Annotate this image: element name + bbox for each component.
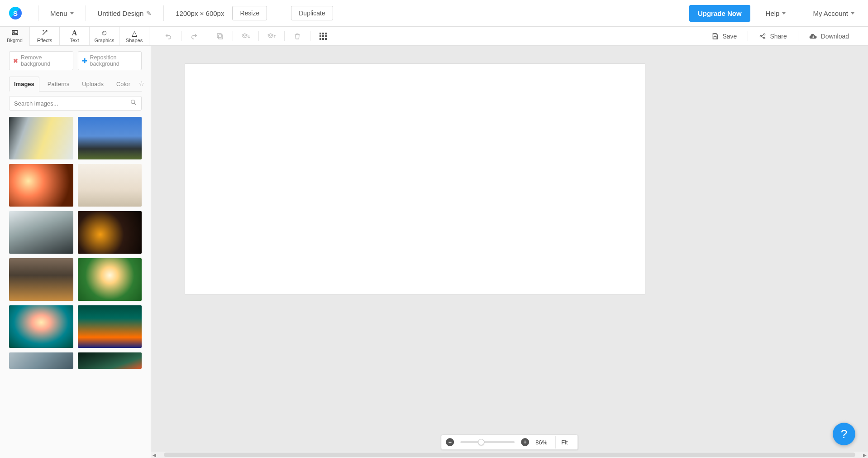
undo-button[interactable]: [158, 27, 178, 46]
image-icon: [11, 29, 19, 36]
help-label: Help: [766, 10, 780, 17]
tool-actions-right: Save Share Download: [703, 31, 868, 41]
design-title[interactable]: Untitled Design ✎: [86, 10, 164, 17]
tool-tabs: Bkgrnd Effects A Text ☺ Graphics △ Shape…: [0, 27, 149, 45]
favorites-button[interactable]: ☆: [138, 80, 144, 88]
zoom-controls: − + 86% Fit: [441, 434, 578, 450]
redo-button[interactable]: [184, 27, 204, 46]
caret-down-icon: [782, 12, 786, 14]
smiley-icon: ☺: [100, 29, 108, 36]
tool-tab-text[interactable]: A Text: [60, 27, 90, 45]
divider: [258, 31, 259, 41]
image-thumbnail[interactable]: [78, 352, 142, 369]
save-label: Save: [722, 33, 737, 40]
upgrade-button[interactable]: Upgrade Now: [689, 5, 750, 22]
menu-label: Menu: [50, 10, 67, 17]
tool-tab-shapes[interactable]: △ Shapes: [119, 27, 149, 45]
search-images[interactable]: [9, 96, 142, 111]
bring-forward-button[interactable]: [262, 27, 281, 46]
tool-tab-effects[interactable]: Effects: [30, 27, 60, 45]
remove-background-button[interactable]: ✖ Remove background: [9, 51, 73, 70]
zoom-slider-handle[interactable]: [478, 439, 484, 445]
tool-tab-label: Graphics: [94, 38, 114, 43]
share-icon: [759, 33, 766, 40]
divider: [284, 31, 285, 41]
image-thumbnail[interactable]: [9, 352, 73, 369]
image-thumbnail[interactable]: [9, 164, 73, 207]
search-input[interactable]: [14, 100, 130, 107]
svg-rect-13: [714, 34, 716, 35]
tool-tab-graphics[interactable]: ☺ Graphics: [90, 27, 119, 45]
svg-rect-11: [322, 38, 324, 40]
image-thumbnail[interactable]: [9, 305, 73, 348]
reposition-background-button[interactable]: ✚ Reposition background: [78, 51, 142, 70]
subtab-uploads[interactable]: Uploads: [77, 77, 108, 91]
image-thumbnail[interactable]: [9, 258, 73, 301]
save-button[interactable]: Save: [703, 33, 745, 40]
image-grid: [9, 117, 142, 369]
svg-rect-14: [714, 36, 716, 39]
image-thumbnail[interactable]: [9, 117, 73, 159]
image-thumbnail[interactable]: [78, 164, 142, 207]
image-thumbnail[interactable]: [78, 117, 142, 159]
menu-dropdown[interactable]: Menu: [38, 10, 86, 17]
help-dropdown[interactable]: Help: [750, 10, 801, 17]
tool-row: Bkgrnd Effects A Text ☺ Graphics △ Shape…: [0, 27, 868, 46]
design-canvas[interactable]: [185, 64, 645, 294]
plus-icon: +: [524, 439, 527, 445]
divider: [207, 31, 207, 41]
zoom-out-button[interactable]: −: [446, 438, 454, 446]
svg-rect-12: [325, 38, 327, 40]
grid-button[interactable]: [313, 27, 333, 46]
zoom-slider[interactable]: [460, 441, 515, 443]
subtab-color[interactable]: Color: [112, 77, 135, 91]
canvas-viewport[interactable]: − + 86% Fit ◀ ▶ ?: [151, 46, 868, 458]
tool-tab-label: Shapes: [126, 38, 143, 43]
zoom-value: 86%: [535, 439, 547, 446]
zoom-in-button[interactable]: +: [521, 438, 529, 446]
svg-point-18: [131, 100, 135, 104]
tool-tab-label: Bkgrnd: [7, 38, 23, 43]
svg-rect-9: [325, 35, 327, 37]
image-thumbnail[interactable]: [78, 211, 142, 254]
text-icon: A: [72, 29, 77, 36]
sidebar: ✖ Remove background ✚ Reposition backgro…: [0, 46, 151, 458]
star-icon: ☆: [138, 80, 144, 87]
account-dropdown[interactable]: My Account: [801, 10, 868, 17]
image-thumbnail[interactable]: [9, 211, 73, 254]
remove-bg-label: Remove background: [21, 54, 69, 67]
delete-button[interactable]: [287, 27, 307, 46]
app-logo[interactable]: S: [9, 7, 22, 19]
tool-tab-label: Text: [70, 38, 79, 43]
copy-button[interactable]: [210, 27, 230, 46]
horizontal-scrollbar[interactable]: ◀ ▶: [151, 452, 868, 458]
divider: [310, 31, 310, 41]
save-icon: [711, 33, 719, 40]
subtab-patterns[interactable]: Patterns: [43, 77, 74, 91]
subtab-images[interactable]: Images: [9, 77, 39, 92]
resize-button[interactable]: Resize: [232, 6, 267, 20]
send-backward-button[interactable]: [236, 27, 256, 46]
tool-tab-label: Effects: [37, 38, 52, 43]
tool-tab-background[interactable]: Bkgrnd: [0, 27, 30, 45]
caret-down-icon: [851, 12, 854, 14]
help-fab-button[interactable]: ?: [833, 423, 855, 445]
divider: [748, 31, 748, 41]
redo-icon: [190, 32, 198, 40]
download-button[interactable]: Download: [801, 33, 857, 40]
divider: [233, 31, 233, 41]
image-thumbnail[interactable]: [78, 258, 142, 301]
download-label: Download: [821, 33, 849, 40]
scroll-right-arrow-icon[interactable]: ▶: [862, 453, 868, 458]
layers-down-icon: [241, 32, 250, 40]
share-button[interactable]: Share: [751, 33, 795, 40]
svg-rect-3: [217, 34, 221, 38]
svg-rect-10: [320, 38, 321, 40]
scroll-left-arrow-icon[interactable]: ◀: [151, 453, 157, 458]
image-thumbnail[interactable]: [78, 305, 142, 348]
zoom-fit-button[interactable]: Fit: [555, 436, 573, 448]
scrollbar-track[interactable]: [164, 453, 855, 457]
copy-icon: [216, 32, 224, 40]
cloud-download-icon: [809, 33, 817, 40]
duplicate-button[interactable]: Duplicate: [291, 6, 333, 20]
